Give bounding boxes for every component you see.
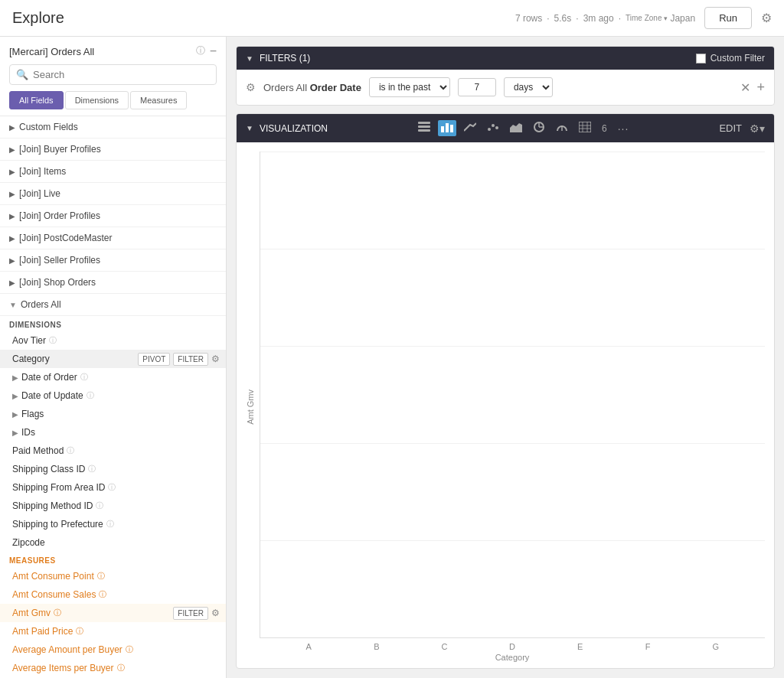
measure-amt-gmv[interactable]: Amt Gmv ⓘ FILTER ⚙ (0, 604, 226, 622)
viz-settings-icon[interactable]: ⚙▾ (750, 122, 765, 135)
run-button[interactable]: Run (704, 7, 752, 29)
info-icon[interactable]: ⓘ (108, 482, 116, 493)
filter-value-input[interactable] (458, 78, 496, 96)
gear-icon[interactable]: ⚙ (211, 354, 220, 364)
info-icon[interactable]: ⓘ (87, 390, 94, 401)
info-icon[interactable]: ⓘ (49, 335, 57, 346)
info-icon[interactable]: ⓘ (67, 445, 74, 456)
info-icon[interactable]: ⓘ (97, 571, 105, 582)
sidebar-item-seller-profiles[interactable]: ▶ [Join] Seller Profiles (0, 249, 226, 271)
search-icon: 🔍 (16, 69, 28, 80)
field-date-of-order[interactable]: ▶ Date of Order ⓘ (0, 368, 226, 386)
x-label-e: E (546, 642, 614, 651)
group-postcode: ▶ [Join] PostCodeMaster (0, 227, 226, 249)
field-zipcode[interactable]: Zipcode (0, 533, 226, 552)
measure-amt-paid-price[interactable]: Amt Paid Price ⓘ (0, 622, 226, 641)
measure-amt-consume-point[interactable]: Amt Consume Point ⓘ (0, 567, 226, 585)
field-aov-tier[interactable]: Aov Tier ⓘ (0, 331, 226, 350)
grid-line (260, 152, 765, 152)
tab-dimensions[interactable]: Dimensions (65, 91, 129, 109)
filter-gear-icon[interactable]: ⚙ (246, 81, 256, 93)
measure-amt-consume-sales[interactable]: Amt Consume Sales ⓘ (0, 585, 226, 604)
info-icon[interactable]: ⓘ (106, 519, 114, 530)
sidebar-item-buyer-profiles[interactable]: ▶ [Join] Buyer Profiles (0, 139, 226, 160)
chevron-down-icon: ▼ (9, 301, 17, 309)
filter-button[interactable]: FILTER (173, 353, 208, 366)
scatter-icon[interactable] (484, 120, 502, 136)
sidebar-item-live[interactable]: ▶ [Join] Live (0, 183, 226, 204)
field-shipping-from-area-id[interactable]: Shipping From Area ID ⓘ (0, 478, 226, 497)
field-shipping-to-prefecture[interactable]: Shipping to Prefecture ⓘ (0, 515, 226, 533)
line-chart-icon[interactable] (461, 120, 479, 136)
single-value-icon[interactable]: 6 (599, 123, 610, 134)
chevron-right-icon: ▶ (9, 256, 15, 265)
info-icon[interactable]: ⓘ (88, 464, 96, 474)
pie-chart-icon[interactable] (530, 120, 548, 136)
info-icon[interactable]: ⓘ (76, 626, 83, 637)
field-flags[interactable]: ▶ Flags (0, 405, 226, 423)
field-shipping-class-id[interactable]: Shipping Class ID ⓘ (0, 460, 226, 478)
measure-avg-items-per-buyer[interactable]: Average Items per Buyer ⓘ (0, 659, 226, 677)
filter-add-icon[interactable]: + (756, 80, 765, 96)
info-icon[interactable]: ⓘ (96, 500, 103, 511)
pivot-button[interactable]: PIVOT (138, 353, 170, 366)
time-ago: 3m ago (583, 13, 614, 24)
filter-condition-select[interactable]: is in the past (369, 77, 450, 97)
edit-button[interactable]: EDIT (719, 122, 742, 134)
timezone-button[interactable]: Time Zone ▾ Japan (626, 13, 695, 24)
row-count: 7 rows (515, 13, 542, 24)
table-icon[interactable] (415, 120, 433, 136)
sidebar-item-postcode[interactable]: ▶ [Join] PostCodeMaster (0, 227, 226, 249)
x-label-f: F (614, 642, 682, 651)
svg-point-7 (492, 124, 495, 127)
sidebar-item-order-profiles[interactable]: ▶ [Join] Order Profiles (0, 205, 226, 227)
info-icon[interactable]: ⓘ (126, 644, 133, 655)
field-name: Paid Method (12, 445, 64, 456)
minus-icon[interactable]: − (210, 44, 217, 58)
info-icon[interactable]: ⓘ (117, 663, 125, 673)
tab-all-fields[interactable]: All Fields (9, 91, 64, 109)
x-label-b: B (343, 642, 411, 651)
filter-collapse-icon[interactable]: ▼ (246, 54, 253, 63)
settings-icon[interactable]: ⚙ (761, 11, 772, 25)
filter-button[interactable]: FILTER (173, 607, 208, 620)
filter-remove-icon[interactable]: ✕ (740, 80, 750, 95)
bars-container (260, 152, 765, 638)
info-icon[interactable]: ⓘ (99, 589, 106, 600)
viz-header-right: EDIT ⚙▾ (719, 122, 765, 135)
map-icon[interactable] (576, 120, 594, 136)
field-name: Aov Tier (12, 335, 46, 346)
measure-avg-amount-per-buyer[interactable]: Average Amount per Buyer ⓘ (0, 641, 226, 659)
custom-filter-checkbox[interactable] (696, 54, 706, 64)
more-icon[interactable]: ··· (615, 121, 632, 136)
field-shipping-method-id[interactable]: Shipping Method ID ⓘ (0, 497, 226, 515)
field-category[interactable]: Category PIVOT FILTER ⚙ (0, 350, 226, 368)
viz-collapse-icon[interactable]: ▼ (246, 124, 253, 132)
bar-chart-icon[interactable] (438, 120, 456, 136)
filter-unit-select[interactable]: days (504, 77, 553, 97)
gear-icon[interactable]: ⚙ (211, 608, 220, 618)
filter-header-left: ▼ FILTERS (1) (246, 53, 310, 64)
separator2: · (576, 13, 578, 24)
chevron-right-icon: ▶ (9, 212, 15, 220)
query-time: 5.6s (554, 13, 572, 24)
sidebar-item-orders-all[interactable]: ▼ Orders All (0, 294, 226, 315)
grid-line (260, 443, 765, 444)
info-icon[interactable]: ⓘ (54, 608, 61, 618)
svg-point-6 (488, 128, 491, 131)
filter-body: ⚙ Orders All Order Date is in the past d… (237, 70, 774, 105)
gauge-icon[interactable] (553, 120, 571, 136)
sidebar-item-items[interactable]: ▶ [Join] Items (0, 161, 226, 182)
field-paid-method[interactable]: Paid Method ⓘ (0, 442, 226, 460)
chart-area: Amt Gmv (246, 152, 765, 662)
area-chart-icon[interactable] (507, 120, 525, 136)
info-icon[interactable]: ⓘ (80, 372, 88, 383)
page-title: Explore (12, 9, 64, 27)
field-ids[interactable]: ▶ IDs (0, 423, 226, 442)
chevron-right-icon: ▶ (9, 190, 15, 198)
sidebar-item-custom-fields[interactable]: ▶ Custom Fields (0, 116, 226, 138)
tab-measures[interactable]: Measures (130, 91, 187, 109)
sidebar-item-shop-orders[interactable]: ▶ [Join] Shop Orders (0, 272, 226, 293)
field-date-of-update[interactable]: ▶ Date of Update ⓘ (0, 386, 226, 405)
search-input[interactable] (33, 69, 210, 80)
